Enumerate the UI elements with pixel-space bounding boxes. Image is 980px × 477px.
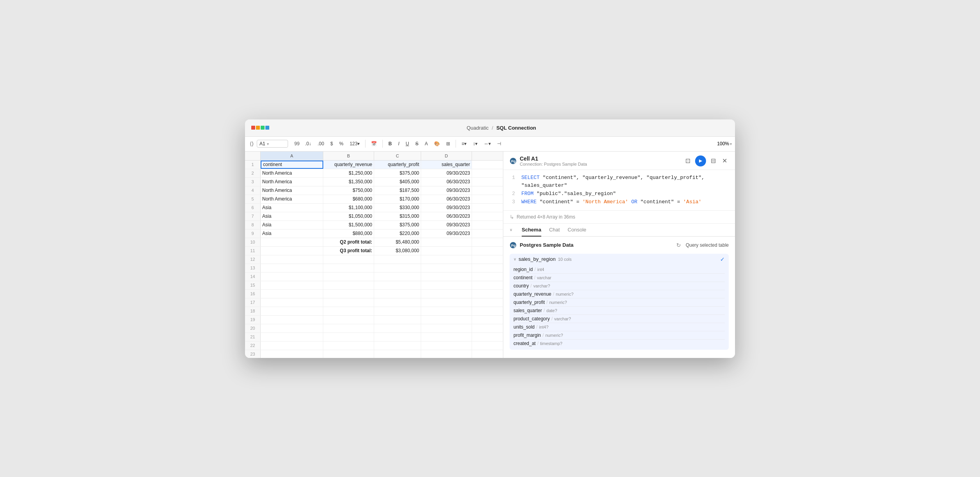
cell-a[interactable] <box>261 324 323 332</box>
cell-c[interactable] <box>374 316 421 324</box>
decimal-format-btn[interactable]: .00 <box>315 140 326 148</box>
cell-b[interactable]: Q3 profit total: <box>323 247 374 255</box>
cell-a[interactable]: continent <box>261 161 323 169</box>
cell-d[interactable] <box>421 307 472 315</box>
cell-a[interactable] <box>261 350 323 358</box>
schema-refresh-btn[interactable]: ↻ <box>675 241 683 249</box>
tab-schema[interactable]: Schema <box>522 224 541 237</box>
cell-b[interactable] <box>323 273 374 281</box>
valign-btn[interactable]: ↕▾ <box>470 140 480 148</box>
cell-d[interactable]: sales_quarter <box>421 161 472 169</box>
query-selected-table-btn[interactable]: Query selected table <box>686 242 729 248</box>
currency-btn[interactable]: $ <box>328 140 335 148</box>
cell-b[interactable]: $680,000 <box>323 195 374 203</box>
cell-b[interactable]: $1,500,000 <box>323 221 374 229</box>
cell-a[interactable]: Asia <box>261 204 323 212</box>
toggle-code-btn[interactable]: ⟨⟩ <box>248 139 255 148</box>
run-query-btn[interactable]: ▶ <box>695 155 706 166</box>
cell-c[interactable] <box>374 298 421 307</box>
cell-d[interactable]: 06/30/2023 <box>421 212 472 220</box>
cell-b[interactable] <box>323 255 374 264</box>
tab-console[interactable]: Console <box>567 224 586 237</box>
cell-a[interactable] <box>261 341 323 350</box>
cell-a[interactable] <box>261 255 323 264</box>
cell-d[interactable] <box>421 273 472 281</box>
cell-c[interactable]: $375,000 <box>374 221 421 229</box>
fill-color-btn[interactable]: 🎨 <box>432 140 442 148</box>
cell-d[interactable] <box>421 333 472 341</box>
italic-btn[interactable]: I <box>396 140 402 148</box>
schema-tab-toggle[interactable]: ∨ <box>510 228 512 232</box>
number-format-btn[interactable]: 123▾ <box>347 140 362 148</box>
cell-a[interactable] <box>261 247 323 255</box>
cell-a[interactable]: North America <box>261 195 323 203</box>
cell-b[interactable]: $750,000 <box>323 186 374 195</box>
cell-a[interactable] <box>261 281 323 289</box>
cell-c[interactable] <box>374 273 421 281</box>
cell-d[interactable] <box>421 281 472 289</box>
font-color-btn[interactable]: A <box>422 140 430 148</box>
cell-b[interactable] <box>323 264 374 272</box>
cell-c[interactable] <box>374 264 421 272</box>
cell-a[interactable] <box>261 298 323 307</box>
cell-c[interactable] <box>374 281 421 289</box>
cell-b[interactable] <box>323 324 374 332</box>
cell-b[interactable] <box>323 341 374 350</box>
cell-c[interactable]: $3,080,000 <box>374 247 421 255</box>
borders-btn[interactable]: ⊞ <box>444 140 452 148</box>
cell-a[interactable]: North America <box>261 186 323 195</box>
cell-d[interactable]: 09/30/2023 <box>421 229 472 238</box>
cell-d[interactable] <box>421 316 472 324</box>
cell-c[interactable]: quarterly_profit <box>374 161 421 169</box>
cell-a[interactable]: Asia <box>261 212 323 220</box>
cell-a[interactable] <box>261 238 323 246</box>
cell-d[interactable] <box>421 255 472 264</box>
tab-chat[interactable]: Chat <box>549 224 560 237</box>
cell-a[interactable] <box>261 316 323 324</box>
cell-a[interactable]: North America <box>261 169 323 177</box>
cell-d[interactable] <box>421 324 472 332</box>
cell-c[interactable] <box>374 255 421 264</box>
cell-d[interactable] <box>421 238 472 246</box>
underline-btn[interactable]: U <box>403 140 411 148</box>
cell-c[interactable]: $187,500 <box>374 186 421 195</box>
table-collapse-icon[interactable]: ∨ <box>513 257 516 261</box>
cell-c[interactable] <box>374 324 421 332</box>
cell-c[interactable]: $375,000 <box>374 169 421 177</box>
bold-btn[interactable]: B <box>386 140 394 148</box>
close-panel-btn[interactable]: ✕ <box>721 155 729 166</box>
cell-b[interactable] <box>323 316 374 324</box>
cell-c[interactable]: $220,000 <box>374 229 421 238</box>
cell-a[interactable] <box>261 307 323 315</box>
cell-d[interactable]: 09/30/2023 <box>421 169 472 177</box>
expand-btn[interactable]: ⊡ <box>684 155 692 166</box>
percent-btn[interactable]: % <box>337 140 346 148</box>
split-view-btn[interactable]: ⊟ <box>709 155 717 166</box>
cell-b[interactable]: $1,250,000 <box>323 169 374 177</box>
cell-c[interactable]: $330,000 <box>374 204 421 212</box>
cell-a[interactable] <box>261 273 323 281</box>
cell-c[interactable] <box>374 307 421 315</box>
cell-d[interactable] <box>421 341 472 350</box>
cell-b[interactable]: Q2 profit total: <box>323 238 374 246</box>
cell-c[interactable]: $170,000 <box>374 195 421 203</box>
cell-a[interactable]: Asia <box>261 221 323 229</box>
cell-c[interactable]: $5,480,000 <box>374 238 421 246</box>
cell-d[interactable] <box>421 350 472 358</box>
cell-d[interactable]: 09/30/2023 <box>421 204 472 212</box>
cell-b[interactable] <box>323 290 374 298</box>
cell-d[interactable] <box>421 298 472 307</box>
wrap-btn[interactable]: ↔▾ <box>481 140 493 148</box>
cell-b[interactable] <box>323 307 374 315</box>
decimal-decrease-btn[interactable]: .0↓ <box>303 140 313 148</box>
cell-b[interactable] <box>323 298 374 307</box>
cell-c[interactable]: $405,000 <box>374 178 421 186</box>
cell-b[interactable]: $880,000 <box>323 229 374 238</box>
cell-a[interactable] <box>261 264 323 272</box>
cell-c[interactable] <box>374 350 421 358</box>
sql-code-area[interactable]: 1SELECT "continent", "quarterly_revenue"… <box>503 170 735 211</box>
cell-b[interactable]: $1,050,000 <box>323 212 374 220</box>
cell-d[interactable]: 06/30/2023 <box>421 195 472 203</box>
strikethrough-btn[interactable]: S <box>413 140 421 148</box>
cell-a[interactable]: Asia <box>261 229 323 238</box>
